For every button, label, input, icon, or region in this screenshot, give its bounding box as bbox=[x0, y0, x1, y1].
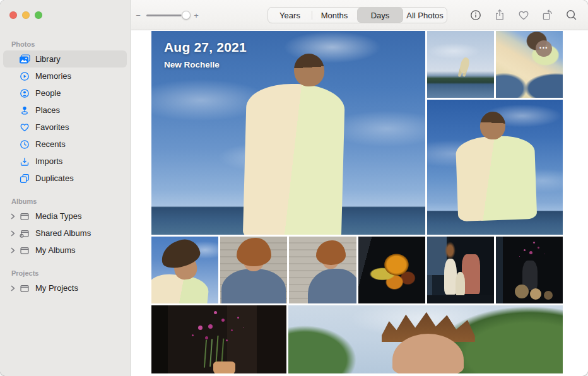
sidebar-item-label: Places bbox=[35, 105, 60, 115]
album-box-icon bbox=[19, 245, 30, 256]
figure-dress-shape bbox=[242, 83, 345, 235]
photo-selfie-checkered-shirt[interactable]: ••• bbox=[496, 31, 563, 98]
view-segmented-control: Years Months Days All Photos bbox=[268, 7, 447, 23]
chevron-right-icon[interactable] bbox=[10, 285, 16, 291]
flower-dots-shape bbox=[529, 251, 532, 254]
sidebar-item-places[interactable]: Places bbox=[3, 102, 127, 119]
photo-grid-area: Aug 27, 2021 New Rochelle ••• bbox=[131, 30, 588, 376]
date-label: Aug 27, 2021 bbox=[164, 40, 247, 55]
sidebar-item-shared-albums[interactable]: Shared Albums bbox=[3, 225, 127, 242]
close-window-button[interactable] bbox=[9, 11, 17, 19]
photo-person-denim-closeup[interactable] bbox=[220, 237, 287, 303]
chevron-right-icon[interactable] bbox=[10, 230, 16, 237]
sidebar-item-label: Memories bbox=[35, 71, 71, 81]
sidebar-item-label: My Albums bbox=[35, 245, 76, 255]
zoom-out-icon[interactable]: − bbox=[135, 11, 141, 20]
sidebar: Photos Library Memories People bbox=[0, 0, 131, 376]
sidebar-section-header-albums: Albums bbox=[3, 195, 127, 208]
sidebar-item-duplicates[interactable]: Duplicates bbox=[3, 170, 127, 187]
location-label: New Rochelle bbox=[164, 60, 247, 69]
seed-pods-shape bbox=[515, 285, 529, 298]
dried-plant-shape bbox=[445, 242, 456, 259]
shelf-shape bbox=[427, 295, 494, 303]
photo-row-3 bbox=[151, 305, 563, 373]
people-icon bbox=[19, 88, 30, 98]
thumbnail-zoom-slider[interactable]: − + bbox=[135, 0, 199, 30]
toolbar: − + Years Months Days All Photos bbox=[131, 0, 588, 30]
figure-shirt-shape bbox=[221, 269, 286, 303]
tab-days[interactable]: Days bbox=[357, 8, 403, 23]
photo-magenta-flowers-vase[interactable] bbox=[151, 305, 286, 373]
sidebar-item-memories[interactable]: Memories bbox=[3, 68, 127, 85]
more-options-button[interactable]: ••• bbox=[536, 40, 552, 57]
figure-hair-shape bbox=[316, 240, 346, 264]
sidebar-item-label: Favorites bbox=[35, 122, 69, 132]
figure-head-shape bbox=[293, 52, 326, 87]
zoom-slider-track[interactable] bbox=[146, 15, 188, 16]
sidebar-item-label: People bbox=[35, 88, 61, 98]
day-photo-grid: Aug 27, 2021 New Rochelle ••• bbox=[151, 31, 563, 373]
fullscreen-window-button[interactable] bbox=[35, 11, 42, 19]
photo-person-jumping-beach[interactable] bbox=[427, 31, 494, 98]
favorite-heart-icon[interactable] bbox=[517, 9, 530, 22]
figure-shirt-shape bbox=[308, 269, 356, 303]
day-header: Aug 27, 2021 New Rochelle bbox=[164, 40, 247, 69]
chevron-right-icon[interactable] bbox=[10, 247, 16, 254]
photo-column-right: ••• bbox=[427, 31, 563, 235]
zoom-in-icon[interactable]: + bbox=[193, 11, 199, 20]
sidebar-item-library[interactable]: Library bbox=[3, 50, 127, 68]
photo-ceramic-vases[interactable] bbox=[427, 237, 494, 303]
search-icon[interactable] bbox=[565, 9, 578, 22]
chevron-right-icon[interactable] bbox=[10, 213, 16, 220]
sidebar-item-my-projects[interactable]: My Projects bbox=[3, 279, 127, 297]
flower-blooms-shape bbox=[208, 324, 213, 329]
sidebar-item-label: Media Types bbox=[35, 211, 81, 221]
recents-clock-icon bbox=[19, 139, 30, 150]
zoom-slider-knob[interactable] bbox=[182, 11, 191, 20]
sidebar-section-header-photos: Photos bbox=[3, 38, 127, 50]
photo-selfie-looking-up[interactable] bbox=[288, 305, 563, 373]
sidebar-item-label: My Projects bbox=[35, 283, 78, 293]
window-controls bbox=[9, 11, 42, 19]
info-circle-icon[interactable] bbox=[469, 9, 482, 22]
photos-library-icon bbox=[19, 54, 30, 64]
shared-album-icon bbox=[19, 228, 30, 238]
sidebar-item-recents[interactable]: Recents bbox=[3, 136, 127, 153]
album-box-icon bbox=[19, 211, 30, 221]
favorites-heart-icon bbox=[19, 122, 30, 132]
tab-months[interactable]: Months bbox=[312, 8, 357, 23]
toolbar-actions bbox=[469, 0, 578, 30]
album-box-icon bbox=[19, 283, 30, 293]
photo-person-smiling-sky[interactable] bbox=[427, 100, 563, 235]
sidebar-item-label: Recents bbox=[35, 139, 66, 149]
tab-years[interactable]: Years bbox=[268, 8, 312, 23]
vase-shape bbox=[213, 361, 235, 373]
share-icon[interactable] bbox=[493, 9, 506, 22]
flower-stems-shape bbox=[215, 335, 218, 363]
photo-row-1: Aug 27, 2021 New Rochelle ••• bbox=[151, 31, 563, 235]
figure-hair-shape bbox=[237, 238, 271, 266]
photo-person-denim-doorway[interactable] bbox=[289, 237, 356, 303]
sidebar-item-favorites[interactable]: Favorites bbox=[3, 119, 127, 136]
places-pin-icon bbox=[19, 105, 30, 115]
sidebar-item-imports[interactable]: Imports bbox=[3, 153, 127, 170]
sidebar-item-label: Imports bbox=[35, 156, 62, 166]
sidebar-item-label: Library bbox=[35, 54, 61, 64]
sidebar-item-people[interactable]: People bbox=[3, 85, 127, 102]
photo-gourds-still-life[interactable] bbox=[358, 237, 425, 303]
rotate-icon[interactable] bbox=[541, 9, 554, 22]
sidebar-item-label: Duplicates bbox=[35, 173, 74, 183]
tab-all-photos[interactable]: All Photos bbox=[403, 8, 447, 23]
photo-dried-flowers-bottle[interactable] bbox=[496, 237, 563, 303]
photos-app-window: Photos Library Memories People bbox=[0, 0, 588, 376]
figure-jumping-shape bbox=[459, 57, 471, 74]
sidebar-item-media-types[interactable]: Media Types bbox=[3, 208, 127, 225]
minimize-window-button[interactable] bbox=[22, 11, 30, 19]
sidebar-list: Photos Library Memories People bbox=[0, 38, 130, 297]
figure-shirt-shape bbox=[456, 135, 537, 221]
photo-person-windblown-hair[interactable] bbox=[151, 237, 218, 303]
photo-person-checkered-dress[interactable]: Aug 27, 2021 New Rochelle bbox=[151, 31, 425, 235]
sidebar-item-my-albums[interactable]: My Albums bbox=[3, 242, 127, 259]
sidebar-section-header-projects: Projects bbox=[3, 267, 127, 279]
memories-icon bbox=[19, 71, 30, 81]
